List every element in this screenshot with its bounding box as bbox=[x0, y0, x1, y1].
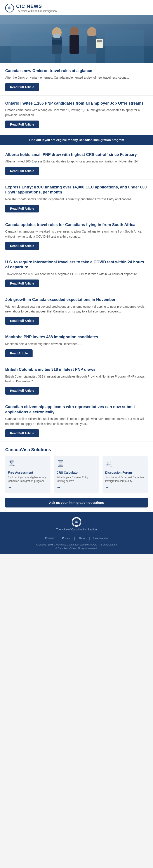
svg-rect-30 bbox=[60, 465, 61, 466]
footer-links: Contact | Privacy | About | Unsubscribe bbox=[5, 537, 148, 541]
crs-calculator-arrow[interactable]: → bbox=[57, 485, 61, 490]
svg-rect-29 bbox=[59, 465, 60, 466]
article-4-excerpt: New IRCC data shows how the department i… bbox=[5, 197, 148, 202]
svg-rect-6 bbox=[105, 30, 144, 63]
svg-rect-31 bbox=[61, 465, 62, 466]
footer-logo-icon: © bbox=[72, 517, 81, 527]
solutions-section: CanadaVisa Solutions Free Assessment Fin… bbox=[0, 442, 153, 512]
footer: © The voice of Canadian immigration Cont… bbox=[0, 512, 153, 554]
article-7-read-button[interactable]: Read Full Article bbox=[5, 317, 39, 325]
logo-icon: © bbox=[5, 4, 14, 12]
footer-link-contact[interactable]: Contact bbox=[45, 537, 54, 541]
article-4-read-button[interactable]: Read Full Article bbox=[5, 205, 39, 213]
discussion-forum-desc: Join the world's largest Canadian immigr… bbox=[105, 475, 145, 483]
footer-tagline: The voice of Canadian immigration bbox=[56, 528, 97, 531]
article-5-read-button[interactable]: Read Full Article bbox=[5, 242, 39, 250]
discussion-forum-title: Discussion Forum bbox=[105, 471, 132, 474]
footer-link-unsubscribe[interactable]: Unsubscribe bbox=[93, 537, 108, 541]
svg-rect-19 bbox=[0, 15, 153, 24]
article-3-title: Alberta holds small PNP draw with highes… bbox=[5, 152, 148, 157]
article-8: Manitoba PNP invites 438 immigration can… bbox=[0, 329, 153, 362]
article-2: Ontario invites 1,186 PNP candidates fro… bbox=[0, 96, 153, 133]
article-3: Alberta holds small PNP draw with highes… bbox=[0, 147, 153, 180]
article-1-read-button[interactable]: Read Full Article bbox=[5, 83, 39, 91]
cta-banner[interactable]: Find out if you are eligible for any Can… bbox=[0, 135, 153, 145]
svg-text:©: © bbox=[8, 6, 11, 10]
svg-point-13 bbox=[87, 27, 96, 37]
article-7-title: Job growth in Canada exceeded expectatio… bbox=[5, 297, 148, 302]
logo-text: CIC NEWS bbox=[16, 3, 57, 9]
svg-rect-12 bbox=[69, 35, 79, 54]
article-5-excerpt: Canada has temporarily tweaked its trave… bbox=[5, 229, 148, 239]
article-9-title: British Columbia invites 318 in latest P… bbox=[5, 367, 148, 372]
svg-point-11 bbox=[70, 27, 79, 36]
hero-svg bbox=[0, 15, 153, 63]
hero-image-content bbox=[0, 15, 153, 63]
logo-tagline: The voice of Canadian immigration bbox=[16, 10, 57, 13]
svg-rect-10 bbox=[53, 34, 60, 38]
article-10-title: Canadian citizenship applicants with rep… bbox=[5, 404, 148, 415]
article-9-read-button[interactable]: Read Full Article bbox=[5, 387, 39, 395]
free-assessment-title: Free Assessment bbox=[8, 471, 33, 474]
article-4: Express Entry: IRCC finalizing over 14,0… bbox=[0, 180, 153, 217]
article-10-read-button[interactable]: Read Full Article bbox=[5, 429, 39, 437]
svg-rect-4 bbox=[11, 33, 55, 63]
article-9-excerpt: British Columbia invited 318 immigration… bbox=[5, 374, 148, 384]
article-10: Canadian citizenship applicants with rep… bbox=[0, 399, 153, 442]
article-5-title: Canada updates travel rules for Canadian… bbox=[5, 222, 148, 227]
article-7: Job growth in Canada exceeded expectatio… bbox=[0, 292, 153, 329]
logo-area: © CIC NEWS The voice of Canadian immigra… bbox=[5, 3, 148, 13]
forum-icon bbox=[105, 460, 113, 469]
free-assessment-arrow[interactable]: → bbox=[8, 485, 12, 490]
article-5: Canada updates travel rules for Canadian… bbox=[0, 217, 153, 254]
article-6: U.S. to require international travellers… bbox=[0, 254, 153, 292]
footer-logo: © The voice of Canadian immigration bbox=[5, 517, 148, 534]
footer-link-privacy[interactable]: Privacy bbox=[62, 537, 70, 541]
article-8-title: Manitoba PNP invites 438 immigration can… bbox=[5, 335, 148, 340]
solutions-title: CanadaVisa Solutions bbox=[5, 447, 148, 452]
svg-rect-27 bbox=[60, 464, 61, 464]
footer-address-line1: CICNews, 1303 Greene Ave., Suite 200, We… bbox=[5, 543, 148, 547]
footer-link-about[interactable]: About bbox=[79, 537, 85, 541]
solution-card-crs-calculator[interactable]: CRS Calculator What is your Express Entr… bbox=[54, 456, 99, 493]
article-6-excerpt: Travellers to the U.S. will soon need a … bbox=[5, 272, 148, 276]
svg-text:©: © bbox=[75, 520, 78, 524]
svg-rect-16 bbox=[97, 40, 102, 41]
svg-rect-8 bbox=[52, 36, 62, 54]
calculator-icon bbox=[57, 460, 64, 469]
article-6-title: U.S. to require international travellers… bbox=[5, 260, 148, 270]
svg-rect-14 bbox=[87, 36, 97, 54]
article-8-read-button[interactable]: Read Article bbox=[5, 349, 33, 357]
solutions-grid: Free Assessment Find out if you are elig… bbox=[5, 456, 148, 493]
solution-card-free-assessment[interactable]: Free Assessment Find out if you are elig… bbox=[5, 456, 51, 493]
article-2-excerpt: Ontario came back with a bang on Decembe… bbox=[5, 107, 148, 118]
svg-rect-17 bbox=[97, 41, 102, 42]
svg-rect-33 bbox=[108, 463, 112, 466]
article-9: British Columbia invites 318 in latest P… bbox=[0, 362, 153, 399]
page-container: © CIC NEWS The voice of Canadian immigra… bbox=[0, 0, 153, 554]
article-6-read-button[interactable]: Read Full Article bbox=[5, 280, 39, 287]
article-4-title: Express Entry: IRCC finalizing over 14,0… bbox=[5, 185, 148, 195]
ask-button[interactable]: Ask us your immigration questions bbox=[5, 498, 148, 507]
article-7-excerpt: With employment soaring beyond predictio… bbox=[5, 304, 148, 314]
svg-rect-28 bbox=[61, 464, 62, 464]
crs-calculator-title: CRS Calculator bbox=[57, 471, 79, 474]
svg-rect-26 bbox=[59, 464, 60, 464]
article-1-excerpt: After the Omicron variant emerged, Canad… bbox=[5, 75, 148, 80]
article-8-excerpt: Manitoba held a new immigration draw on … bbox=[5, 342, 148, 346]
discussion-forum-arrow[interactable]: → bbox=[105, 485, 109, 490]
article-3-excerpt: Alberta invited 100 Express Entry candid… bbox=[5, 159, 148, 164]
solution-card-discussion-forum[interactable]: Discussion Forum Join the world's larges… bbox=[102, 456, 148, 493]
footer-address-line2: © Campbell, Cohen. All rights reserved. bbox=[5, 547, 148, 551]
crs-calculator-desc: What is your Express Entry ranking score… bbox=[57, 475, 97, 483]
svg-rect-18 bbox=[97, 42, 100, 43]
person-icon bbox=[8, 460, 16, 469]
header: © CIC NEWS The voice of Canadian immigra… bbox=[0, 0, 153, 15]
article-3-read-button[interactable]: Read Full Article bbox=[5, 167, 39, 175]
article-2-read-button[interactable]: Read Full Article bbox=[5, 121, 39, 128]
article-1: Canada's new Omicron travel rules at a g… bbox=[0, 63, 153, 96]
article-2-title: Ontario invites 1,186 PNP candidates fro… bbox=[5, 101, 148, 106]
free-assessment-desc: Find out if you are eligible for any Can… bbox=[8, 475, 48, 483]
hero-image bbox=[0, 15, 153, 63]
article-1-title: Canada's new Omicron travel rules at a g… bbox=[5, 68, 148, 73]
